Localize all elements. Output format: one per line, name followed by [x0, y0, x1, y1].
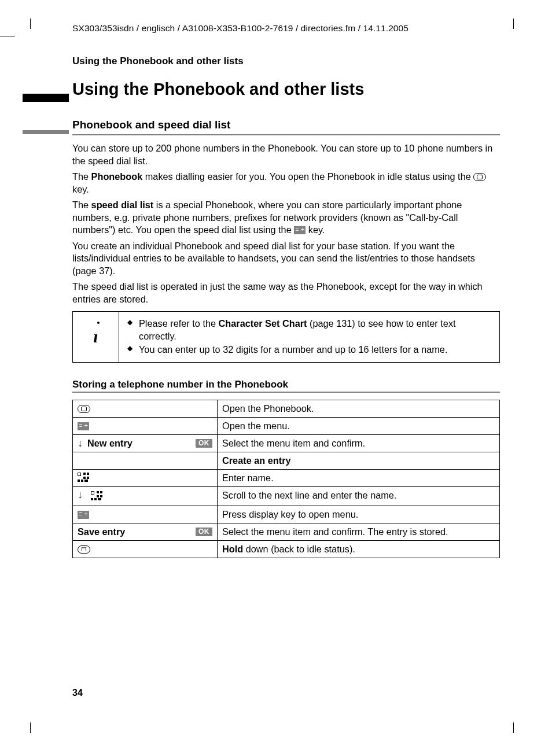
table-row: Press display key to open menu.: [73, 506, 500, 523]
keypad-icon: [78, 473, 88, 483]
step-description: Create an entry: [218, 452, 500, 470]
table-row: Create an entry: [73, 452, 500, 470]
crop-tick: [30, 722, 31, 733]
page-title: Using the Phonebook and other lists: [72, 80, 500, 99]
body-paragraph: You can store up to 200 phone numbers in…: [72, 142, 500, 167]
keypad-icon: [91, 491, 101, 501]
crop-tick: [513, 722, 514, 733]
ok-badge: OK: [196, 528, 212, 536]
procedure-table: Open the Phonebook. Open the menu. ↓ New…: [72, 400, 500, 559]
bold-text: Character Set Chart: [219, 318, 307, 329]
step-description: Open the menu.: [218, 417, 500, 434]
section-heading: Phonebook and speed dial list: [72, 119, 500, 134]
subsection-heading: Storing a telephone number in the Phoneb…: [72, 379, 500, 390]
text: The: [72, 200, 91, 210]
step-description: Open the Phonebook.: [218, 400, 500, 417]
step-description: Select the menu item and confirm. The en…: [218, 523, 500, 540]
table-row: Open the Phonebook.: [73, 400, 500, 417]
text: makes dialling easier for you. You open …: [142, 171, 473, 182]
info-icon-cell: ı: [73, 312, 119, 362]
subsection-rule: [72, 392, 500, 393]
table-row: Hold down (back to idle status).: [73, 540, 500, 558]
page-number: 34: [72, 688, 83, 698]
phonebook-key-icon: [78, 405, 90, 413]
bold-text: Create an entry: [222, 455, 291, 466]
table-row: ↓ Scroll to the next line and enter the …: [73, 487, 500, 506]
bold-text: speed dial list: [91, 200, 154, 210]
down-arrow-icon: ↓: [78, 438, 83, 448]
crop-tick: [0, 36, 15, 36]
speed-dial-key-icon: [294, 226, 306, 234]
step-description: Enter name.: [218, 470, 500, 487]
body-paragraph: You create an individual Phonebook and s…: [72, 240, 500, 278]
running-head: Using the Phonebook and other lists: [72, 56, 500, 67]
text: key.: [72, 184, 89, 194]
text: key.: [306, 224, 325, 235]
phonebook-key-icon: [473, 173, 486, 181]
ok-badge: OK: [196, 439, 212, 448]
down-arrow-icon: ↓: [78, 489, 83, 500]
hangup-key-icon: [78, 545, 90, 554]
bold-text: Hold: [222, 544, 243, 554]
table-row: Open the menu.: [73, 417, 500, 434]
body-paragraph: The speed dial list is operated in just …: [72, 281, 500, 305]
crop-tick: [30, 19, 31, 29]
info-bullet: Please refer to the Character Set Chart …: [139, 318, 491, 342]
text: The: [72, 171, 91, 182]
bold-text: Phonebook: [91, 171, 143, 182]
crop-tick: [513, 19, 514, 29]
info-bullet: You can enter up to 32 digits for a numb…: [139, 344, 491, 356]
step-description: Scroll to the next line and enter the na…: [218, 487, 500, 506]
step-description: Press display key to open menu.: [218, 506, 500, 523]
body-paragraph: The Phonebook makes dialling easier for …: [72, 171, 500, 196]
text: Please refer to the: [139, 318, 219, 329]
text: down (back to idle status).: [243, 544, 355, 554]
menu-item-label: New entry: [87, 437, 133, 449]
info-box: ı Please refer to the Character Set Char…: [72, 311, 500, 363]
menu-key-icon: [78, 422, 89, 430]
menu-item-label: Save entry: [78, 526, 125, 538]
heading-bar: [23, 94, 69, 102]
table-row: Save entry OK Select the menu item and c…: [73, 523, 500, 540]
section-rule: [72, 134, 500, 135]
document-path: SX303/353isdn / englisch / A31008-X353-B…: [72, 23, 500, 34]
table-row: ↓ New entry OK Select the menu item and …: [73, 434, 500, 452]
step-description: Hold down (back to idle status).: [218, 540, 500, 558]
subheading-bar: [23, 130, 69, 134]
info-icon: ı: [93, 327, 98, 346]
info-body: Please refer to the Character Set Chart …: [119, 312, 499, 362]
step-description: Select the menu item and confirm.: [218, 434, 500, 452]
menu-key-icon: [78, 511, 89, 519]
body-paragraph: The speed dial list is a special Phonebo…: [72, 199, 500, 237]
table-row: Enter name.: [73, 470, 500, 487]
